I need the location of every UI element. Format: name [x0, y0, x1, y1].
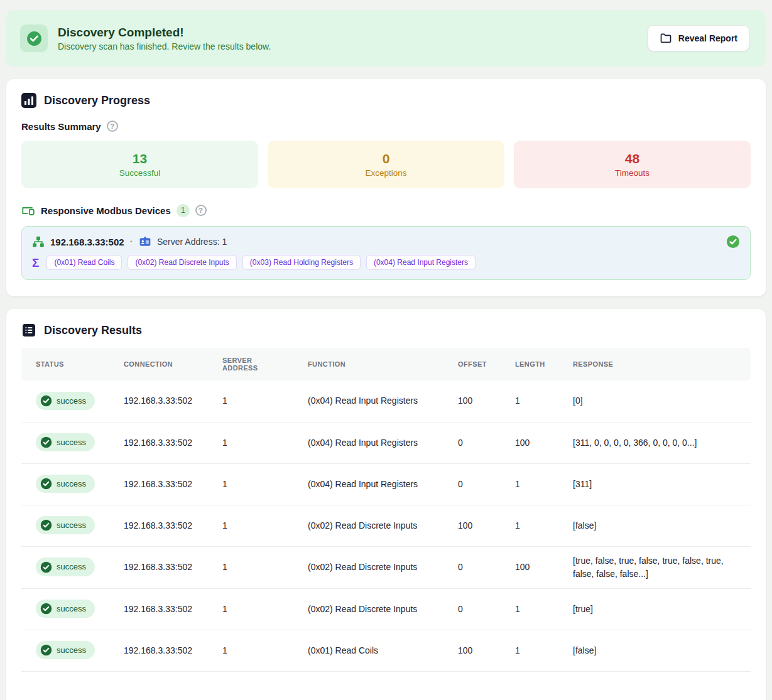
device-connection: 192.168.3.33:502 — [50, 237, 124, 247]
response-cell: [true, false, true, false, true, false, … — [573, 546, 751, 588]
status-cell: success — [21, 422, 124, 463]
connection-cell: 192.168.3.33:502 — [124, 630, 222, 671]
column-header-server-address: Server Address — [222, 348, 308, 380]
list-icon — [21, 323, 36, 338]
results-table: Status Connection Server Address Functio… — [21, 348, 751, 672]
status-text: success — [57, 395, 86, 407]
status-text: success — [57, 644, 86, 657]
device-count-badge: 1 — [177, 204, 190, 217]
offset-cell: 100 — [458, 630, 515, 671]
function-chip: (0x03) Read Holding Registers — [242, 255, 361, 270]
status-cell: success — [21, 630, 124, 671]
length-cell: 1 — [515, 630, 573, 671]
length-cell: 1 — [515, 463, 573, 505]
function-chips: (0x01) Read Coils(0x02) Read Discrete In… — [46, 255, 476, 270]
status-badge: success — [36, 433, 95, 452]
check-icon — [40, 561, 52, 573]
status-cell: success — [21, 463, 124, 505]
length-cell: 1 — [515, 380, 573, 422]
help-icon[interactable]: ? — [195, 205, 207, 216]
length-cell: 100 — [515, 422, 573, 463]
stat-card-exceptions: 0Exceptions — [268, 141, 504, 188]
progress-title: Discovery Progress — [44, 94, 150, 107]
banner-title: Discovery Completed! — [58, 25, 271, 40]
results-title: Discovery Results — [44, 324, 142, 337]
stat-value: 0 — [383, 151, 390, 166]
reveal-report-button[interactable]: Reveal Report — [648, 25, 749, 51]
id-badge-icon — [139, 235, 151, 248]
function-cell: (0x02) Read Discrete Inputs — [308, 505, 458, 546]
function-chip: (0x02) Read Discrete Inputs — [128, 255, 236, 270]
completion-banner: Discovery Completed! Discovery scan has … — [6, 10, 766, 67]
devices-icon — [21, 203, 35, 217]
status-cell: success — [21, 505, 124, 546]
offset-cell: 0 — [458, 463, 515, 505]
connection-cell: 192.168.3.33:502 — [124, 546, 222, 588]
function-cell: (0x02) Read Discrete Inputs — [308, 588, 458, 630]
column-header-length: Length — [515, 348, 573, 380]
check-icon — [40, 436, 52, 448]
discovery-progress-card: Discovery Progress Results Summary ? 13S… — [6, 79, 766, 296]
status-badge: success — [36, 475, 95, 493]
response-cell: [311, 0, 0, 0, 0, 366, 0, 0, 0, 0...] — [573, 422, 751, 463]
responsive-devices-label: Responsive Modbus Devices — [41, 205, 171, 216]
connection-cell: 192.168.3.33:502 — [124, 505, 222, 546]
function-cell: (0x01) Read Coils — [308, 630, 458, 671]
status-cell: success — [21, 588, 124, 630]
server-address-cell: 1 — [222, 463, 308, 505]
sigma-icon: Σ — [32, 257, 39, 269]
response-cell: [true] — [573, 588, 751, 630]
check-icon — [40, 519, 52, 531]
folder-icon — [660, 32, 672, 45]
stat-label: Timeouts — [615, 168, 650, 178]
offset-cell: 0 — [458, 546, 515, 588]
help-icon[interactable]: ? — [107, 121, 118, 132]
offset-cell: 100 — [458, 505, 515, 546]
status-badge: success — [36, 641, 95, 660]
table-row: success192.168.3.33:5021(0x04) Read Inpu… — [21, 380, 751, 422]
dot-separator: · — [130, 236, 133, 247]
function-cell: (0x02) Read Discrete Inputs — [308, 546, 458, 588]
server-address-cell: 1 — [222, 588, 308, 630]
connection-cell: 192.168.3.33:502 — [124, 380, 222, 422]
column-header-offset: Offset — [458, 348, 515, 380]
column-header-response: Response — [573, 348, 751, 380]
status-badge: success — [36, 557, 95, 576]
status-cell: success — [21, 380, 124, 422]
connection-cell: 192.168.3.33:502 — [124, 422, 222, 463]
server-address-cell: 1 — [222, 546, 308, 588]
connection-cell: 192.168.3.33:502 — [124, 463, 222, 505]
bar-chart-icon — [21, 93, 36, 108]
status-text: success — [57, 561, 86, 573]
server-address-cell: 1 — [222, 380, 308, 422]
status-text: success — [57, 519, 86, 532]
column-header-status: Status — [21, 348, 124, 380]
check-icon — [40, 603, 52, 615]
table-header-row: Status Connection Server Address Functio… — [21, 348, 751, 380]
device-card: 192.168.3.33:502 · Server Address: 1 Σ (… — [21, 226, 751, 280]
status-text: success — [57, 603, 86, 615]
table-row: success192.168.3.33:5021(0x02) Read Disc… — [21, 505, 751, 546]
offset-cell: 0 — [458, 588, 515, 630]
status-text: success — [57, 478, 86, 490]
table-row: success192.168.3.33:5021(0x02) Read Disc… — [21, 546, 751, 588]
column-header-connection: Connection — [124, 348, 222, 380]
function-cell: (0x04) Read Input Registers — [308, 380, 458, 422]
table-row: success192.168.3.33:5021(0x04) Read Inpu… — [21, 422, 751, 463]
status-badge: success — [36, 392, 95, 411]
function-cell: (0x04) Read Input Registers — [308, 422, 458, 463]
stat-card-successful: 13Successful — [21, 141, 258, 188]
server-address-label: Server Address: 1 — [157, 237, 227, 247]
response-cell: [false] — [573, 505, 751, 546]
stat-value: 48 — [625, 151, 639, 166]
device-success-icon — [726, 235, 740, 249]
connection-cell: 192.168.3.33:502 — [124, 588, 222, 630]
table-row: success192.168.3.33:5021(0x01) Read Coil… — [21, 630, 751, 671]
column-header-function: Function — [308, 348, 458, 380]
server-address-cell: 1 — [222, 422, 308, 463]
reveal-report-label: Reveal Report — [678, 33, 737, 43]
results-summary-label: Results Summary — [21, 121, 101, 132]
offset-cell: 0 — [458, 422, 515, 463]
response-cell: [0] — [573, 380, 751, 422]
response-cell: [311] — [573, 463, 751, 505]
